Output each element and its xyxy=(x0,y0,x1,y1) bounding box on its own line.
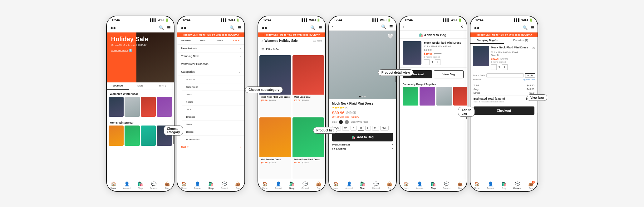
footer-bag-6[interactable]: 👜1Bag xyxy=(524,181,538,189)
menu-hoodies[interactable]: >ters xyxy=(182,91,244,98)
footer-shop-6[interactable]: 🛍️Shop xyxy=(497,181,511,189)
menu-basics[interactable]: Basics xyxy=(182,128,244,136)
back-arrow-3[interactable]: ‹ xyxy=(261,39,263,43)
promo-input[interactable] xyxy=(486,73,524,77)
menu-icon-3[interactable]: ☰ xyxy=(318,25,322,30)
menu-tops[interactable]: Tops xyxy=(182,106,244,113)
menu-sweaters[interactable]: >eters xyxy=(182,98,244,106)
nav-icons-3[interactable]: 🔍 ☰ xyxy=(310,25,322,30)
product-thumb-m4[interactable] xyxy=(157,126,172,146)
menu-icon-6[interactable]: ☰ xyxy=(531,25,534,30)
qty-minus-btn[interactable]: − xyxy=(424,59,430,65)
back-arrow-5[interactable]: ‹ xyxy=(403,24,404,29)
footer-shop-2[interactable]: 🛍️Shop xyxy=(204,181,218,189)
footer-account-2[interactable]: 👤Account xyxy=(191,181,204,189)
login-link[interactable]: Log in or Join xyxy=(522,78,535,81)
product-thumb-m2[interactable] xyxy=(125,126,140,146)
product-thumb-m3[interactable] xyxy=(141,126,156,146)
tab-gifts-1[interactable]: GIFTS xyxy=(151,82,174,90)
product-card-1[interactable]: Mock Neck Plaid Mini Dress $39.96 $49.95 xyxy=(259,55,291,116)
tab-women-2[interactable]: WOMEN xyxy=(177,37,194,44)
menu-dresses[interactable]: Dresses xyxy=(182,113,244,121)
fit-label[interactable]: Fit & Sizing xyxy=(332,147,346,150)
search-icon-3[interactable]: 🔍 xyxy=(310,25,315,30)
footer-shop-4[interactable]: 🛍️Shop xyxy=(356,181,369,189)
footer-shop-1[interactable]: 🛍️Shop xyxy=(134,181,147,189)
tab-gifts-2[interactable]: GIFTS xyxy=(211,37,228,44)
size-s[interactable]: S xyxy=(351,126,356,131)
footer-account-5[interactable]: 👤Account xyxy=(413,181,426,189)
back-arrow-4[interactable]: ‹ xyxy=(332,24,333,29)
close-icon-5[interactable]: ✕ xyxy=(460,24,464,29)
product-thumb-3[interactable] xyxy=(141,97,156,117)
menu-sale[interactable]: SALE› xyxy=(177,143,244,151)
nav-icons-6[interactable]: 🔍 ☰ xyxy=(523,25,534,30)
filter-sort-btn[interactable]: Filter & Sort xyxy=(266,48,281,51)
footer-connect-6[interactable]: 💬Connect xyxy=(511,181,524,189)
footer-bag-4[interactable]: 👜Bag xyxy=(383,181,396,189)
search-icon-2[interactable]: 🔍 xyxy=(229,25,234,30)
promo-apply-btn[interactable]: Apply xyxy=(525,73,535,77)
footer-connect-3[interactable]: 💬Connect xyxy=(298,181,312,189)
menu-icon-2[interactable]: ☰ xyxy=(238,25,241,30)
product-thumb-4[interactable] xyxy=(157,97,172,117)
view-bag-btn-5[interactable]: View Bag xyxy=(434,70,464,78)
footer-home-5[interactable]: 🏠Home xyxy=(400,181,413,189)
footer-account-1[interactable]: 👤Account xyxy=(120,181,134,189)
bag-qty-plus[interactable]: + xyxy=(502,64,508,70)
color-dot-gray[interactable] xyxy=(345,120,349,124)
bag-qty-minus[interactable]: − xyxy=(491,64,497,70)
product-thumb-m1[interactable] xyxy=(109,126,124,146)
menu-winterwear[interactable]: Winterwear Collection› xyxy=(177,60,244,68)
nav-icons-2[interactable]: 🔍 ☰ xyxy=(229,25,241,30)
footer-account-6[interactable]: 👤Account xyxy=(484,181,497,189)
bag-tab-favorites[interactable]: Favorites (2) xyxy=(504,37,538,44)
freq-img-2[interactable] xyxy=(420,87,435,106)
remove-item-btn[interactable]: ✕ xyxy=(532,46,535,50)
footer-bag-2[interactable]: 👜Bag xyxy=(231,181,244,189)
menu-trending[interactable]: Trending Now› xyxy=(177,52,244,60)
wishlist-icon-4[interactable]: 🤍 xyxy=(387,33,394,39)
product-card-4[interactable]: Button-Down Shirt Dress $11.96 $29.95 xyxy=(293,117,324,179)
tab-sale-2[interactable]: SALE xyxy=(228,37,245,44)
footer-home-1[interactable]: 🏠Home xyxy=(107,181,120,189)
menu-icon-4[interactable]: ☰ xyxy=(389,24,393,29)
size-xxl[interactable]: XXL xyxy=(380,126,389,131)
product-card-3[interactable]: Midi Sweater Dress $41.96 $59.95 xyxy=(259,117,291,179)
freq-img-4[interactable] xyxy=(453,87,467,106)
menu-icon-1[interactable]: ☰ xyxy=(167,25,171,30)
menu-new-arrivals[interactable]: New Arrivals› xyxy=(177,45,244,52)
footer-home-6[interactable]: 🏠Home xyxy=(470,181,484,189)
footer-home-3[interactable]: 🏠Home xyxy=(258,181,272,189)
size-xl[interactable]: XL xyxy=(372,126,379,131)
search-icon-1[interactable]: 🔍 xyxy=(159,25,164,30)
footer-shop-3[interactable]: 🛍️Shop xyxy=(285,181,298,189)
size-xs[interactable]: XS xyxy=(342,126,349,131)
menu-accessories[interactable]: Accessories xyxy=(182,136,244,143)
product-thumb-1[interactable] xyxy=(109,97,124,117)
footer-account-4[interactable]: 👤Account xyxy=(342,181,356,189)
footer-bag-5[interactable]: 👜Bag xyxy=(453,181,467,189)
size-l[interactable]: L xyxy=(365,126,371,131)
footer-connect-2[interactable]: 💬Connect xyxy=(218,181,231,189)
checkout-btn-5[interactable]: Checkout xyxy=(403,70,432,78)
footer-connect-5[interactable]: 💬Connect xyxy=(440,181,453,189)
tab-women-1[interactable]: WOMEN xyxy=(107,82,129,90)
search-icon-6[interactable]: 🔍 xyxy=(523,25,528,30)
footer-bag-3[interactable]: 👜Bag xyxy=(312,181,325,189)
qty-plus-btn[interactable]: + xyxy=(435,59,440,65)
bag-checkout-btn[interactable]: Checkout xyxy=(474,106,534,115)
size-xxs[interactable]: XXS xyxy=(332,126,341,131)
menu-outerwear[interactable]: Outerwear xyxy=(182,83,244,91)
nav-icons-4[interactable]: 🔍 ☰ xyxy=(381,24,393,29)
footer-home-2[interactable]: 🏠Home xyxy=(177,181,191,189)
menu-shop-all[interactable]: Shop All xyxy=(182,76,244,83)
bag-tab-shopping[interactable]: Shopping Bag (1) xyxy=(470,37,504,44)
footer-account-3[interactable]: 👤Account xyxy=(272,181,285,189)
menu-skirts[interactable]: Skirts xyxy=(182,121,244,128)
search-icon-4[interactable]: 🔍 xyxy=(381,24,386,29)
footer-home-4[interactable]: 🏠Home xyxy=(329,181,342,189)
footer-connect-1[interactable]: 💬Connect xyxy=(147,181,160,189)
tab-men-1[interactable]: MEN xyxy=(129,82,151,90)
color-dot-black[interactable] xyxy=(339,120,343,124)
